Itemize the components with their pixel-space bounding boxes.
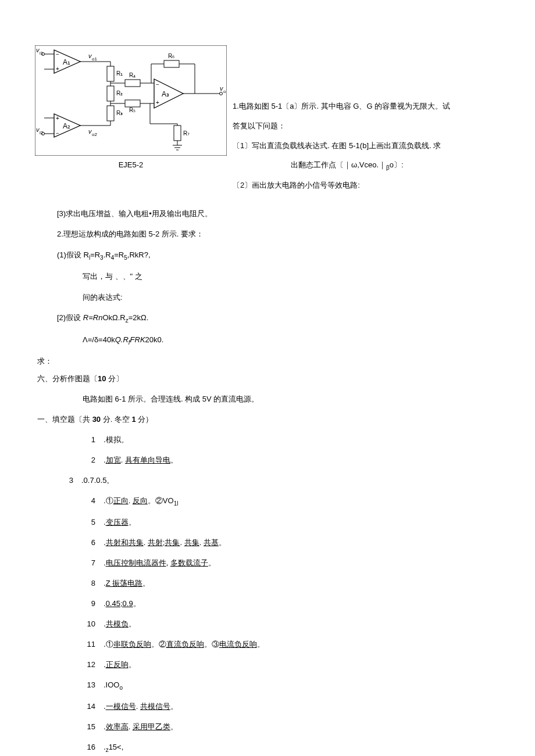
svg-rect-55 xyxy=(174,126,181,141)
q1-line2: 答复以下问题： xyxy=(233,116,450,136)
item-text: .①正向. 反向。②VO1l xyxy=(104,495,500,508)
left-col: A₁ vi1 − + vo1 A₂ vi2 + − vo2 xyxy=(0,0,227,169)
item-text: .0.45;0.9。 xyxy=(104,597,500,610)
svg-text:R₃: R₃ xyxy=(116,110,123,116)
svg-text:A₂: A₂ xyxy=(63,122,70,130)
list-item: 1.模拟。 xyxy=(57,433,500,446)
svg-text:A₁: A₁ xyxy=(63,58,70,66)
body-content: [3)求出电压增益、输入电租•用及输出电阻尺。 2.理想运放构成的电路如图 5-… xyxy=(0,207,535,756)
q1-workpoint: 出翻态工作点〔｜ω,Vceo.｜βo〕: xyxy=(233,155,450,175)
item-text: .IOOo xyxy=(104,679,500,693)
circuit-diagram: A₁ vi1 − + vo1 A₂ vi2 + − vo2 xyxy=(35,45,227,156)
item-text: .z15<, xyxy=(104,741,500,755)
svg-text:R₁: R₁ xyxy=(116,70,123,77)
q2-values: Λ=/δ=40kQ.RfFRK20k0. xyxy=(57,333,500,348)
list-item: 10.共模负。 xyxy=(57,618,500,630)
list-item: 12.正反响。 xyxy=(57,658,500,671)
list-item: 16.z15<, xyxy=(57,741,500,755)
q2-expr1: 写出，与 、、" 之 xyxy=(57,270,500,283)
svg-rect-26 xyxy=(107,66,114,81)
list-item: 4.①正向. 反向。②VO1l xyxy=(57,495,500,508)
svg-text:R₄: R₄ xyxy=(129,72,135,78)
svg-text:o: o xyxy=(223,89,226,94)
top-section: A₁ vi1 − + vo1 A₂ vi2 + − vo2 xyxy=(0,0,535,195)
item-number: 14 xyxy=(83,700,104,713)
q2-sub2: [2)假设 R=RnOkΩ.Rz=2kΩ. xyxy=(57,311,500,326)
q1-line1: 1.电路如图 5-1〔a〕所示. 其中电容 G、G 的容量视为无限大。试 xyxy=(233,96,450,116)
item-text: .电压控制电流器件, 多数载流子。 xyxy=(104,557,500,569)
list-item: 6.共射和共集. 共射;共集. 共集. 共基。 xyxy=(57,536,500,549)
list-item: 15.效率高. 采用甲乙类。 xyxy=(57,721,500,733)
item-number: 2 xyxy=(83,454,104,467)
item-text: .0.7.0.5。 xyxy=(81,474,500,487)
list-item: 3.0.7.0.5。 xyxy=(57,474,500,487)
figure-caption: EJE5-2 xyxy=(35,160,227,169)
list-item: 7.电压控制电流器件, 多数载流子。 xyxy=(57,557,500,569)
svg-rect-28 xyxy=(107,86,114,101)
svg-text:+: + xyxy=(56,115,59,121)
item-number: 1 xyxy=(83,433,104,446)
list-item: 11.①串联负反响。②直流负反响。③电流负反响。 xyxy=(57,638,500,651)
list-item: 9.0.45;0.9。 xyxy=(57,597,500,610)
svg-text:o1: o1 xyxy=(92,56,97,62)
item-number: 10 xyxy=(83,618,104,630)
item-text: .共射和共集. 共射;共集. 共集. 共基。 xyxy=(104,536,500,549)
item-text: .变压器。 xyxy=(104,516,500,529)
svg-text:i1: i1 xyxy=(40,51,44,56)
item-number: 4 xyxy=(83,495,104,508)
q1-sub3: [3)求出电压增益、输入电租•用及输出电阻尺。 xyxy=(57,207,500,220)
item-text: .①串联负反响。②直流负反响。③电流负反响。 xyxy=(104,638,500,651)
item-text: .加宽. 具有单向导电。 xyxy=(104,454,500,467)
svg-text:−: − xyxy=(156,81,159,88)
svg-text:+: + xyxy=(156,99,159,106)
svg-text:−: − xyxy=(56,51,59,58)
list-item: 2.加宽. 具有单向导电。 xyxy=(57,454,500,467)
q2-head: 2.理想运放构成的电路如图 5-2 所示. 要求： xyxy=(57,227,500,241)
svg-text:−: − xyxy=(56,130,59,137)
item-number: 7 xyxy=(83,557,104,569)
item-number: 16 xyxy=(83,741,104,755)
q2-expr2: 间的表达式: xyxy=(57,291,500,304)
q1-sub2: 〔2〕画出放大电路的小信号等效电路: xyxy=(233,175,450,195)
q2-solve: 求： xyxy=(37,354,500,368)
q1-sub1: 〔1〕写出直流负载线表达式. 在图 5-1(b]上画出直流负载线. 求 xyxy=(233,136,450,156)
item-number: 15 xyxy=(83,721,104,733)
item-number: 11 xyxy=(83,638,104,651)
item-text: .正反响。 xyxy=(104,658,500,671)
q6-text: 电路如图 6-1 所示。合理连线. 构成 5V 的直流电源。 xyxy=(57,392,500,406)
item-number: 9 xyxy=(83,597,104,610)
svg-text:A₃: A₃ xyxy=(162,90,169,98)
fill-answer-list: 1.模拟。2.加宽. 具有单向导电。3.0.7.0.5。4.①正向. 反向。②V… xyxy=(57,433,500,755)
item-number: 6 xyxy=(83,536,104,549)
section-6-heading: 六、分析作图题〔10 分〕 xyxy=(37,372,500,385)
item-number: 3 xyxy=(60,474,81,487)
q2-sub1: (1)假设 Rl=R3.R4=R5,RkR?, xyxy=(57,248,500,263)
item-number: 13 xyxy=(83,679,104,693)
item-number: 12 xyxy=(83,658,104,671)
circuit-svg: A₁ vi1 − + vo1 A₂ vi2 + − vo2 xyxy=(35,45,227,156)
list-item: 5.变压器。 xyxy=(57,516,500,529)
item-text: .Z 振荡电路。 xyxy=(104,577,500,590)
svg-rect-46 xyxy=(164,60,179,67)
svg-text:R₂: R₂ xyxy=(116,90,123,96)
item-text: .模拟。 xyxy=(104,433,500,446)
svg-text:R₆: R₆ xyxy=(168,53,174,59)
list-item: 8.Z 振荡电路。 xyxy=(57,577,500,590)
item-number: 8 xyxy=(83,577,104,590)
svg-rect-30 xyxy=(107,106,114,121)
svg-text:+: + xyxy=(56,66,59,72)
item-text: .效率高. 采用甲乙类。 xyxy=(104,721,500,733)
svg-text:i2: i2 xyxy=(40,130,44,135)
item-text: .共模负。 xyxy=(104,618,500,630)
svg-text:o2: o2 xyxy=(92,132,97,137)
svg-text:R₅: R₅ xyxy=(129,107,135,113)
item-text: .一模信号. 共模信号。 xyxy=(104,700,500,713)
svg-rect-36 xyxy=(125,100,140,107)
right-question-text: 1.电路如图 5-1〔a〕所示. 其中电容 G、G 的容量视为无限大。试 答复以… xyxy=(233,96,450,195)
svg-text:R₇: R₇ xyxy=(183,130,190,137)
svg-rect-33 xyxy=(125,80,140,87)
list-item: 13.IOOo xyxy=(57,679,500,693)
section-1-heading: 一、填空题〔共 30 分. 冬空 1 分） xyxy=(37,413,500,426)
list-item: 14.一模信号. 共模信号。 xyxy=(57,700,500,713)
item-number: 5 xyxy=(83,516,104,529)
